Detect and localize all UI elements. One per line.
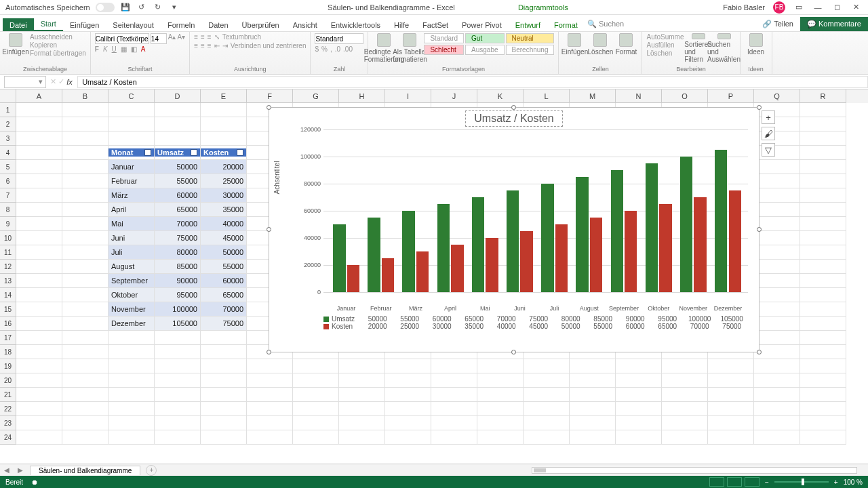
redo-icon[interactable]: ↻ [153, 2, 163, 13]
legend-entry[interactable]: Umsatz [323, 315, 361, 323]
bar-umsatz[interactable] [437, 204, 450, 292]
row-header[interactable]: 1 [0, 103, 16, 117]
chart-elements-button[interactable]: + [762, 110, 775, 124]
cell[interactable] [524, 430, 570, 445]
cell[interactable] [247, 388, 293, 402]
shrink-font-icon[interactable]: A▾ [178, 33, 186, 44]
tab-formulas[interactable]: Formeln [161, 18, 201, 31]
cell[interactable] [662, 402, 708, 416]
cell[interactable] [339, 402, 385, 416]
tab-data[interactable]: Daten [201, 18, 235, 31]
plot-area[interactable]: Achsentitel 0200004000060000800001000001… [299, 129, 748, 292]
tab-help[interactable]: Hilfe [387, 18, 416, 31]
cell[interactable] [616, 402, 662, 416]
cell[interactable] [62, 317, 108, 331]
tab-design[interactable]: Entwurf [509, 18, 547, 31]
border-icon[interactable]: ▦ [121, 45, 127, 53]
cell[interactable] [201, 117, 247, 131]
cell[interactable] [62, 203, 108, 217]
cell[interactable] [754, 317, 800, 331]
cell[interactable]: November [108, 302, 155, 317]
cell[interactable] [800, 430, 846, 445]
cell[interactable] [247, 359, 293, 373]
cell[interactable]: 55000 [155, 174, 201, 188]
cell[interactable] [800, 203, 846, 217]
cell[interactable]: 75000 [155, 231, 201, 245]
align-bot-icon[interactable]: ≡ [208, 33, 212, 41]
cell[interactable] [62, 416, 108, 430]
cell[interactable] [477, 388, 524, 402]
cell[interactable] [16, 317, 62, 331]
cell[interactable]: Juni [108, 231, 155, 245]
cell[interactable] [247, 373, 293, 388]
user-avatar[interactable]: FB [773, 1, 785, 14]
view-layout-icon[interactable] [727, 477, 742, 487]
cell[interactable] [800, 345, 846, 359]
cell[interactable]: 60000 [155, 188, 201, 203]
align-left-icon[interactable]: ≡ [194, 42, 198, 49]
cell[interactable] [754, 416, 800, 430]
cell[interactable] [62, 160, 108, 174]
cell[interactable] [108, 402, 155, 416]
cell[interactable] [293, 402, 339, 416]
cell[interactable]: Umsatz [155, 146, 201, 160]
cell[interactable] [754, 430, 800, 445]
align-center-icon[interactable]: ≡ [201, 42, 205, 49]
column-header[interactable]: R [800, 89, 846, 103]
cell[interactable] [16, 430, 62, 445]
cell[interactable] [800, 302, 846, 317]
tab-factset[interactable]: FactSet [416, 18, 455, 31]
cell[interactable] [62, 146, 108, 160]
cell[interactable] [201, 388, 247, 402]
cell[interactable] [62, 274, 108, 288]
column-header[interactable]: C [108, 89, 155, 103]
bar-kosten[interactable] [382, 258, 394, 292]
minimize-icon[interactable]: — [812, 3, 823, 12]
sheet-nav-next-icon[interactable]: ▶ [14, 466, 27, 474]
cell[interactable] [754, 274, 800, 288]
italic-icon[interactable]: K [103, 45, 108, 53]
cell[interactable] [800, 331, 846, 345]
row-header[interactable]: 8 [0, 203, 16, 217]
cell[interactable] [108, 117, 155, 131]
cell[interactable] [800, 402, 846, 416]
tab-view[interactable]: Ansicht [286, 18, 324, 31]
bar-umsatz[interactable] [507, 190, 519, 292]
cell[interactable] [754, 388, 800, 402]
bar-kosten[interactable] [520, 231, 532, 292]
row-header[interactable]: 6 [0, 174, 16, 188]
cell[interactable] [800, 174, 846, 188]
cell[interactable] [62, 373, 108, 388]
bold-icon[interactable]: F [95, 45, 99, 53]
cell[interactable] [155, 402, 201, 416]
share-button[interactable]: 🔗 Teilen [755, 17, 800, 31]
cell[interactable] [16, 245, 62, 260]
cell[interactable] [339, 388, 385, 402]
cell[interactable] [108, 131, 155, 146]
cell[interactable] [431, 373, 477, 388]
cell[interactable] [108, 331, 155, 345]
cell[interactable]: Dezember [108, 317, 155, 331]
bar-umsatz[interactable] [402, 211, 414, 292]
cell[interactable] [155, 117, 201, 131]
cell[interactable]: Mai [108, 217, 155, 231]
cell[interactable] [62, 402, 108, 416]
add-sheet-button[interactable]: + [146, 465, 157, 476]
row-header[interactable]: 23 [0, 416, 16, 430]
cell[interactable]: 60000 [201, 274, 247, 288]
format-painter-button[interactable]: Format übertragen [30, 49, 86, 57]
column-header[interactable]: M [570, 89, 616, 103]
cell[interactable]: Oktober [108, 288, 155, 302]
column-header[interactable]: G [293, 89, 339, 103]
cell[interactable] [339, 373, 385, 388]
resize-handle[interactable] [757, 350, 762, 354]
cell[interactable] [431, 359, 477, 373]
cell[interactable] [201, 402, 247, 416]
sheet-tab[interactable]: Säulen- und Balkendiagramme [30, 466, 140, 475]
cell[interactable] [108, 345, 155, 359]
number-format-select[interactable] [315, 33, 363, 44]
cell[interactable] [570, 373, 616, 388]
cell[interactable] [431, 430, 477, 445]
cell[interactable] [477, 359, 524, 373]
cell[interactable] [293, 430, 339, 445]
